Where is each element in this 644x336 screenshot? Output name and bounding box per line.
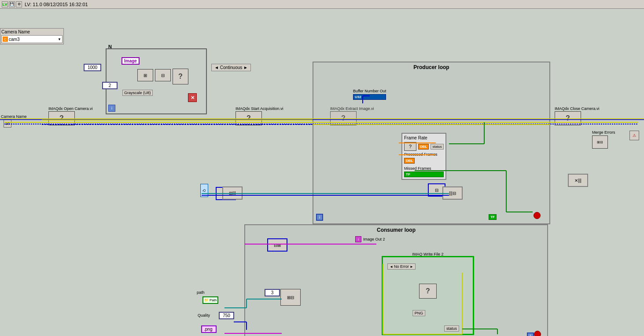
imaq-close-label: IMAQdx Close Camera.vi <box>555 106 600 111</box>
status-ind-1: status <box>431 144 443 150</box>
stop-btn-producer[interactable] <box>534 212 541 219</box>
flat-seq-left: ⊞||| <box>222 186 243 200</box>
cam-icon: C <box>3 37 8 42</box>
image-out-2-label: Image Out 2 <box>363 237 385 241</box>
camera-name-dropdown[interactable]: C cam3 ▼ <box>1 35 63 43</box>
stop-x-node: ✕ <box>188 93 197 102</box>
consumer-loop-title: Consumer loop <box>377 227 416 233</box>
numeric-1000[interactable]: 1000 <box>84 64 101 71</box>
cam-dropdown-arrow[interactable]: ▼ <box>58 37 61 41</box>
cluster-func-node: ⊞⊟ <box>280 289 301 306</box>
flat-seq-far-right: ✕||| <box>568 174 588 187</box>
no-error-arrow-left: ◄ <box>390 265 393 269</box>
path-label: path <box>197 290 205 295</box>
numeric-2[interactable]: 2 <box>102 82 118 89</box>
producer-loop: Producer loop Buffer Number Out U32 Fram… <box>313 62 550 224</box>
dbl-ind-1: DBL <box>418 144 429 150</box>
title-icons: LV 💾 ⚙ <box>2 1 22 7</box>
numeric-3-consumer[interactable]: 3 <box>265 289 280 296</box>
merge-errors-label: Merge Errors <box>592 130 615 135</box>
consumer-loop: Consumer loop ⊟⊞ I Image Out 2 ⊞⊟ 3 📁 Pa… <box>244 224 548 336</box>
conv-node: ? <box>173 69 188 84</box>
img-out-icon: I <box>355 236 361 242</box>
imaq-open-label: IMAQdx Open Camera.vi <box>48 106 93 111</box>
iter-term-producer: i <box>316 214 323 221</box>
camera-name-title: Camera Name <box>1 29 63 34</box>
quality-label: Quality <box>198 313 210 318</box>
error-cluster-right: ⚠ <box>629 131 639 140</box>
consumer-dequeue-node: ⊟⊞ <box>267 238 287 252</box>
status-label-consumer: status <box>444 325 459 332</box>
merge-errors-area: Merge Errors ⊞⊟ <box>592 130 615 149</box>
continuous-button[interactable]: ◄ Continuous ► <box>211 64 251 71</box>
obtain-queue-node: Q <box>200 184 208 197</box>
imaq-start-label: IMAQdx Start Acquisition.vi <box>236 106 283 111</box>
cam-name-text: cam3 <box>9 37 58 42</box>
error-cluster-left: 1/0 <box>4 120 11 128</box>
stop-btn-consumer[interactable] <box>534 331 541 336</box>
tf-ind-1: TF <box>404 172 444 177</box>
no-error-btn[interactable]: ◄ No Error ► <box>387 263 416 270</box>
settings-icon[interactable]: ⚙ <box>16 1 22 7</box>
camera-name-panel: Camera Name C cam3 ▼ <box>0 28 64 44</box>
png-string-ctrl[interactable]: .png <box>201 325 217 333</box>
save-icon[interactable]: 💾 <box>9 1 15 7</box>
processed-frames-label: Processed Frames <box>404 152 438 157</box>
no-error-text: No Error <box>394 264 409 269</box>
frame-rate-box: Frame Rate ? DBL status Processed Frames… <box>401 133 446 180</box>
imaq-write-cluster: IMAQ Write File 2 ◄ No Error ► ? PNG <box>382 256 474 335</box>
imaq-write-vi-body: ? <box>419 284 437 299</box>
flat-seq-right: |||⊟ <box>442 186 463 200</box>
camera-name-wire-label: Camera Name <box>1 114 27 119</box>
func-node-2: ⊟ <box>155 69 171 81</box>
title-text: LV: 11.0 08/12/2015 16:32:01 <box>25 2 88 7</box>
quality-value[interactable]: 750 <box>219 312 234 319</box>
canvas: Camera Name C cam3 ▼ Camera Name 1/0 N I… <box>0 9 644 336</box>
dbl-ind-2: DBL <box>404 158 415 164</box>
producer-loop-title: Producer loop <box>413 64 449 70</box>
app-icon: LV <box>2 1 8 7</box>
merge-errors-node: ⊞⊟ <box>592 135 608 149</box>
frame-rate-label: Frame Rate <box>404 135 444 140</box>
missed-frames-label: Missed Frames <box>404 166 431 171</box>
tf-stop-producer: TF <box>489 214 497 220</box>
png-enum[interactable]: PNG <box>412 310 426 316</box>
func-node-1: ⊞ <box>137 69 153 81</box>
buffer-number-label: Buffer Number Out <box>353 89 386 93</box>
imaq-write-label: IMAQ Write File 2 <box>412 252 444 256</box>
fr-question: ? <box>404 142 416 151</box>
path-text: Path <box>210 298 217 302</box>
n-loop: N Image 1000 2 i Grayscale (U8) ⊞ ⊟ ? ✕ <box>106 48 207 114</box>
image-out-2-area: I Image Out 2 <box>355 236 385 242</box>
title-bar: LV 💾 ⚙ LV: 11.0 08/12/2015 16:32:01 <box>0 0 644 9</box>
path-icon: 📁 <box>204 298 209 302</box>
n-label: N <box>108 44 112 49</box>
imaq-start-body: ? <box>236 111 262 125</box>
buffer-number-area: Buffer Number Out U32 <box>353 89 386 100</box>
imaq-start-acq-vi: IMAQdx Start Acquisition.vi ? <box>236 106 283 125</box>
path-control[interactable]: 📁 Path <box>202 296 218 304</box>
u32-indicator: U32 <box>353 94 386 100</box>
no-error-arrow-right: ► <box>410 265 413 269</box>
grayscale-label: Grayscale (U8) <box>122 90 153 96</box>
imaq-open-body: ? <box>48 111 75 125</box>
imaq-open-camera-vi: IMAQdx Open Camera.vi ? <box>48 106 93 125</box>
imaq-close-vi: IMAQdx Close Camera.vi ? <box>555 106 600 125</box>
iter-term-consumer: 1 <box>527 332 534 336</box>
iter-i-node: i <box>108 105 115 112</box>
image-label-node: Image <box>121 57 140 65</box>
imaq-close-body: ? <box>555 111 581 125</box>
